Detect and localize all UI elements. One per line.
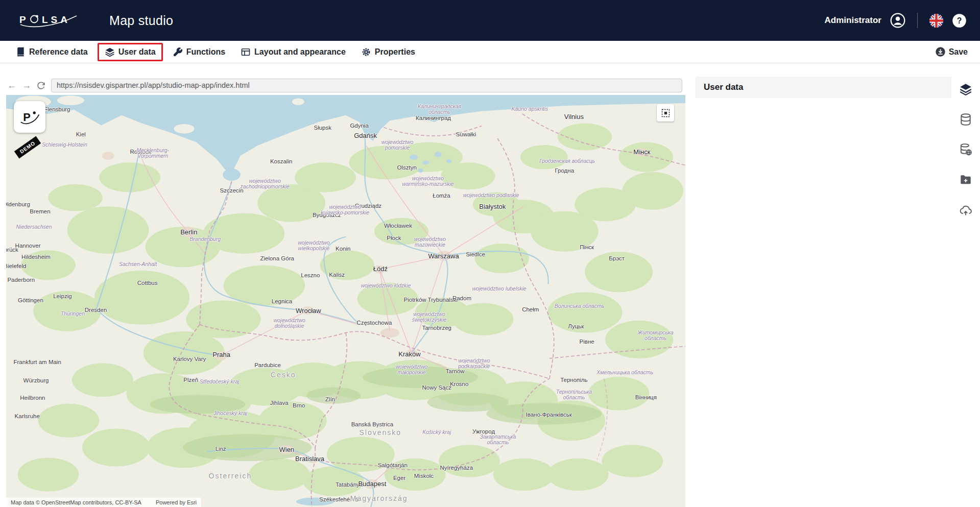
user-data-panel: User data bbox=[696, 63, 951, 507]
tab-reference-data[interactable]: Reference data bbox=[15, 47, 88, 57]
tab-label: Reference data bbox=[29, 47, 88, 57]
layout-icon bbox=[241, 47, 251, 57]
save-icon bbox=[935, 46, 946, 57]
map-polsa-logo-button[interactable]: P bbox=[14, 101, 45, 133]
refresh-icon[interactable] bbox=[37, 81, 45, 90]
extent-select-button[interactable] bbox=[657, 104, 674, 122]
layers-icon bbox=[105, 47, 115, 57]
svg-text:LSA: LSA bbox=[42, 14, 70, 25]
back-icon[interactable]: ← bbox=[7, 81, 16, 90]
map-preview-pane: ← → https://nsisdev.gispartner.pl/app/st… bbox=[6, 63, 685, 507]
help-icon[interactable]: ? bbox=[952, 13, 967, 28]
toolbar: Reference data User data Functions bbox=[0, 41, 980, 63]
header-divider bbox=[917, 13, 918, 28]
tab-functions[interactable]: Functions bbox=[173, 47, 225, 57]
powered-by-text: Powered by Esri bbox=[156, 499, 197, 505]
account-icon[interactable] bbox=[890, 12, 906, 29]
user-name: Administrator bbox=[825, 15, 881, 26]
database-icon[interactable] bbox=[959, 113, 972, 126]
svg-text:P: P bbox=[23, 111, 31, 124]
uk-flag-icon[interactable] bbox=[929, 13, 944, 28]
save-label: Save bbox=[949, 47, 968, 57]
tab-layout-appearance[interactable]: Layout and appearance bbox=[241, 47, 346, 57]
folder-plus-icon[interactable] bbox=[959, 173, 972, 186]
panel-title: User data bbox=[704, 82, 743, 92]
tab-properties[interactable]: Properties bbox=[361, 47, 415, 57]
tab-label: User data bbox=[118, 47, 156, 57]
database-globe-icon[interactable] bbox=[959, 143, 972, 156]
wrench-icon bbox=[173, 47, 183, 57]
attribution-text: Map data © OpenStreetMap contributors, C… bbox=[11, 499, 141, 505]
book-icon bbox=[15, 47, 26, 57]
forward-icon[interactable]: → bbox=[22, 81, 31, 90]
tab-user-data[interactable]: User data bbox=[98, 43, 163, 61]
panel-body bbox=[696, 98, 951, 507]
preview-browser-bar: ← → https://nsisdev.gispartner.pl/app/st… bbox=[6, 78, 685, 93]
content: ← → https://nsisdev.gispartner.pl/app/st… bbox=[0, 63, 980, 507]
layers-tool-icon[interactable] bbox=[959, 83, 972, 96]
tool-rail bbox=[951, 63, 980, 507]
header-right: Administrator bbox=[825, 12, 967, 29]
cloud-upload-icon[interactable] bbox=[959, 203, 972, 216]
map-attribution: Map data © OpenStreetMap contributors, C… bbox=[6, 498, 201, 507]
app-title: Map studio bbox=[109, 13, 173, 28]
gear-icon bbox=[361, 47, 371, 57]
svg-text:P: P bbox=[19, 14, 26, 25]
panel-header: User data bbox=[696, 77, 951, 98]
polsa-logo: P LSA bbox=[17, 11, 80, 30]
map-canvas[interactable]: FlensburgKielRostockOldenburgBremenHanno… bbox=[6, 95, 685, 507]
map-tiles bbox=[6, 95, 685, 507]
tab-label: Properties bbox=[375, 47, 415, 57]
tab-label: Layout and appearance bbox=[254, 47, 346, 57]
save-button[interactable]: Save bbox=[935, 46, 968, 57]
app-header: P LSA Map studio Administrator bbox=[0, 0, 980, 41]
tab-label: Functions bbox=[186, 47, 225, 57]
svg-text:?: ? bbox=[957, 16, 962, 25]
url-bar[interactable]: https://nsisdev.gispartner.pl/app/studio… bbox=[51, 79, 682, 92]
url-text: https://nsisdev.gispartner.pl/app/studio… bbox=[57, 81, 250, 89]
